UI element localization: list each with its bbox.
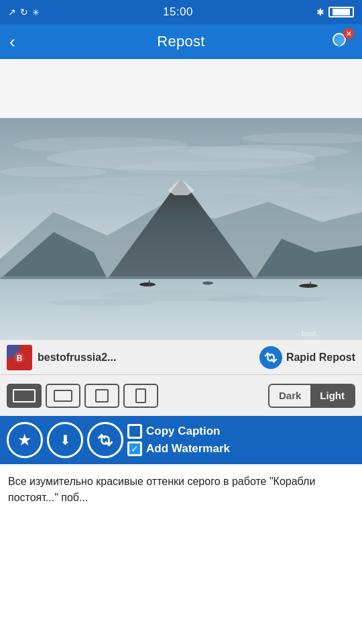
layout-tall-icon: [135, 388, 146, 403]
add-watermark-label: Add Watermark: [146, 442, 230, 455]
layout-tall-button[interactable]: [123, 384, 158, 408]
caption-area: Все изумительно красивые оттенки серого …: [0, 464, 362, 514]
svg-point-26: [202, 282, 213, 285]
svg-rect-23: [149, 280, 150, 286]
image-container: best... B bestofrussia2... R: [0, 59, 362, 374]
battery-icon: [328, 7, 354, 17]
layout-button-group: [7, 384, 263, 408]
status-bar: ↗ ↻ ✳ 15:00 ✱: [0, 0, 362, 24]
layout-square-icon: [95, 389, 109, 402]
layout-full-button[interactable]: [7, 384, 42, 408]
copy-caption-label: Copy Caption: [146, 425, 221, 438]
caption-text: Все изумительно красивые оттенки серого …: [8, 474, 354, 506]
svg-text:best...: best...: [302, 329, 322, 337]
user-name: bestofrussia2...: [38, 352, 254, 364]
copy-caption-checkbox[interactable]: [127, 424, 142, 439]
bluetooth-icon: ✱: [316, 7, 324, 17]
layout-wide-icon: [54, 390, 72, 402]
light-theme-button[interactable]: Light: [310, 385, 354, 407]
action-options: Copy Caption ✓ Add Watermark: [127, 424, 355, 456]
image-top-padding: [0, 59, 362, 118]
star-button[interactable]: ★: [7, 422, 43, 458]
repost-circle-icon: [259, 346, 282, 369]
layout-wide-button[interactable]: [46, 384, 80, 408]
download-button[interactable]: ⬇: [47, 422, 83, 458]
svg-point-9: [114, 162, 315, 175]
svg-text:B: B: [17, 354, 23, 363]
svg-point-20: [47, 299, 154, 306]
add-watermark-option[interactable]: ✓ Add Watermark: [127, 441, 355, 456]
asterisk-icon: ✳: [32, 7, 40, 17]
svg-point-21: [208, 296, 328, 303]
user-avatar: B: [7, 345, 32, 370]
svg-point-5: [188, 145, 349, 158]
controls-bar: Dark Light: [0, 374, 362, 416]
header: ‹ Repost ✕: [0, 24, 362, 59]
rapid-repost-area: Rapid Repost: [259, 346, 355, 369]
status-time: 15:00: [163, 5, 193, 19]
copy-caption-option[interactable]: Copy Caption: [127, 424, 355, 439]
svg-rect-25: [310, 282, 311, 287]
status-bar-right: ✱: [316, 7, 354, 17]
svg-point-6: [0, 166, 107, 177]
svg-point-4: [13, 137, 188, 153]
rapid-repost-label: Rapid Repost: [286, 352, 355, 364]
checkmark-icon: ✓: [131, 443, 139, 454]
pin-icon-container[interactable]: ✕: [328, 30, 353, 54]
layout-full-icon: [13, 389, 36, 402]
layout-square-button[interactable]: [84, 384, 119, 408]
repost-button[interactable]: [87, 422, 123, 458]
dark-light-toggle: Dark Light: [268, 384, 355, 408]
svg-point-11: [221, 187, 355, 197]
image-user-bar: B bestofrussia2... Rapid Repost: [0, 339, 362, 374]
back-button[interactable]: ‹: [9, 33, 15, 50]
arrow-icon: ↗: [8, 7, 16, 17]
action-bar: ★ ⬇ Copy Caption ✓ Add Watermark: [0, 416, 362, 464]
mountain-scene-svg: best...: [0, 118, 362, 339]
close-badge-icon: ✕: [343, 28, 354, 39]
star-icon: ★: [17, 431, 32, 449]
add-watermark-checkbox[interactable]: ✓: [127, 441, 142, 456]
status-bar-left: ↗ ↻ ✳: [8, 7, 40, 17]
page-title: Repost: [157, 33, 205, 50]
svg-point-22: [139, 282, 156, 286]
main-image: best...: [0, 118, 362, 339]
svg-point-24: [299, 284, 318, 288]
dark-theme-button[interactable]: Dark: [269, 385, 310, 407]
download-icon: ⬇: [60, 432, 71, 448]
refresh-icon: ↻: [20, 7, 28, 17]
repost-icon: [97, 431, 114, 449]
